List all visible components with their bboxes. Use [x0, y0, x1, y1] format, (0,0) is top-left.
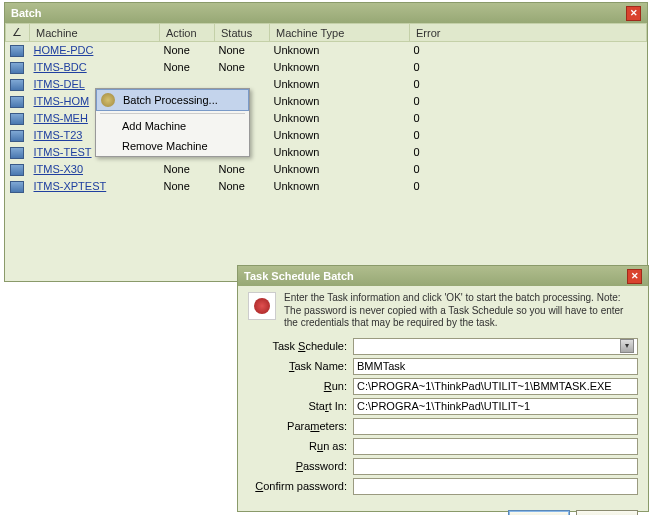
- chevron-down-icon: ▾: [620, 339, 634, 353]
- action-cell: None: [160, 178, 215, 195]
- batch-titlebar: Batch ✕: [5, 3, 647, 23]
- label-run-as: Run as:: [248, 440, 353, 452]
- computer-icon: [10, 62, 24, 74]
- mtype-cell: Unknown: [270, 144, 410, 161]
- table-row[interactable]: ITMS-BDCNoneNoneUnknown0: [6, 59, 647, 76]
- mtype-cell: Unknown: [270, 127, 410, 144]
- batch-title: Batch: [11, 7, 42, 19]
- row-icon-cell: [6, 127, 30, 144]
- dialog-body: Enter the Task information and click 'OK…: [238, 286, 648, 504]
- col-error[interactable]: Error: [410, 24, 647, 42]
- mtype-cell: Unknown: [270, 76, 410, 93]
- action-cell: None: [160, 59, 215, 76]
- menu-item-label: Remove Machine: [122, 140, 208, 152]
- col-mtype[interactable]: Machine Type: [270, 24, 410, 42]
- table-row[interactable]: HOME-PDCNoneNoneUnknown0: [6, 42, 647, 59]
- col-action[interactable]: Action: [160, 24, 215, 42]
- row-icon-cell: [6, 76, 30, 93]
- error-cell: 0: [410, 59, 647, 76]
- dialog-title: Task Schedule Batch: [244, 270, 354, 282]
- row-task-name: Task Name:: [248, 358, 638, 375]
- context-menu: Batch Processing... Add Machine Remove M…: [95, 88, 250, 157]
- col-sort[interactable]: ∠: [6, 24, 30, 42]
- row-run: Run:: [248, 378, 638, 395]
- machine-cell[interactable]: ITMS-X30: [30, 161, 160, 178]
- status-cell: None: [215, 42, 270, 59]
- schedule-icon: [248, 292, 276, 320]
- start-in-input[interactable]: [353, 398, 638, 415]
- task-name-input[interactable]: [353, 358, 638, 375]
- col-machine[interactable]: Machine: [30, 24, 160, 42]
- password-input[interactable]: [353, 458, 638, 475]
- row-parameters: Parameters:: [248, 418, 638, 435]
- task-titlebar: Task Schedule Batch ✕: [238, 266, 648, 286]
- mtype-cell: Unknown: [270, 161, 410, 178]
- computer-icon: [10, 45, 24, 57]
- row-start-in: Start In:: [248, 398, 638, 415]
- close-icon[interactable]: ✕: [626, 6, 641, 21]
- row-icon-cell: [6, 144, 30, 161]
- machine-cell[interactable]: ITMS-XPTEST: [30, 178, 160, 195]
- dialog-footer: Selected Machine Count: 9 OK Cancel: [238, 504, 648, 516]
- mtype-cell: Unknown: [270, 59, 410, 76]
- action-cell: None: [160, 161, 215, 178]
- mtype-cell: Unknown: [270, 93, 410, 110]
- menu-item-add-machine[interactable]: Add Machine: [96, 116, 249, 136]
- row-task-schedule: Task Schedule: BMMTask ▾: [248, 338, 638, 355]
- row-icon-cell: [6, 59, 30, 76]
- col-status[interactable]: Status: [215, 24, 270, 42]
- row-confirm-password: Confirm password:: [248, 478, 638, 495]
- status-cell: None: [215, 59, 270, 76]
- row-icon-cell: [6, 93, 30, 110]
- row-icon-cell: [6, 42, 30, 59]
- menu-item-batch-processing[interactable]: Batch Processing...: [96, 89, 249, 111]
- status-cell: None: [215, 161, 270, 178]
- machine-cell[interactable]: ITMS-BDC: [30, 59, 160, 76]
- parameters-input[interactable]: [353, 418, 638, 435]
- task-schedule-select[interactable]: BMMTask ▾: [353, 338, 638, 355]
- error-cell: 0: [410, 161, 647, 178]
- computer-icon: [10, 181, 24, 193]
- dialog-intro: Enter the Task information and click 'OK…: [248, 292, 638, 330]
- task-schedule-dialog: Task Schedule Batch ✕ Enter the Task inf…: [237, 265, 649, 512]
- error-cell: 0: [410, 76, 647, 93]
- label-start-in: Start In:: [248, 400, 353, 412]
- menu-item-label: Batch Processing...: [123, 94, 218, 106]
- run-as-input[interactable]: [353, 438, 638, 455]
- label-task-name: Task Name:: [248, 360, 353, 372]
- label-password: Password:: [248, 460, 353, 472]
- label-task-schedule: Task Schedule:: [248, 340, 353, 352]
- cancel-button[interactable]: Cancel: [576, 510, 638, 516]
- menu-item-remove-machine[interactable]: Remove Machine: [96, 136, 249, 156]
- menu-item-label: Add Machine: [122, 120, 186, 132]
- label-parameters: Parameters:: [248, 420, 353, 432]
- error-cell: 0: [410, 93, 647, 110]
- error-cell: 0: [410, 110, 647, 127]
- label-confirm-password: Confirm password:: [248, 480, 353, 492]
- ok-button[interactable]: OK: [508, 510, 570, 516]
- mtype-cell: Unknown: [270, 110, 410, 127]
- label-run: Run:: [248, 380, 353, 392]
- action-cell: None: [160, 42, 215, 59]
- table-header-row: ∠ Machine Action Status Machine Type Err…: [6, 24, 647, 42]
- run-input[interactable]: [353, 378, 638, 395]
- machine-cell[interactable]: HOME-PDC: [30, 42, 160, 59]
- close-icon[interactable]: ✕: [627, 269, 642, 284]
- row-icon-cell: [6, 161, 30, 178]
- computer-icon: [10, 79, 24, 91]
- error-cell: 0: [410, 127, 647, 144]
- mtype-cell: Unknown: [270, 42, 410, 59]
- computer-icon: [10, 96, 24, 108]
- error-cell: 0: [410, 144, 647, 161]
- confirm-password-input[interactable]: [353, 478, 638, 495]
- table-row[interactable]: ITMS-XPTESTNoneNoneUnknown0: [6, 178, 647, 195]
- row-icon-cell: [6, 110, 30, 127]
- table-row[interactable]: ITMS-X30NoneNoneUnknown0: [6, 161, 647, 178]
- dialog-buttons: OK Cancel: [508, 510, 638, 516]
- row-password: Password:: [248, 458, 638, 475]
- computer-icon: [10, 164, 24, 176]
- error-cell: 0: [410, 42, 647, 59]
- dialog-intro-text: Enter the Task information and click 'OK…: [284, 292, 638, 330]
- gear-icon: [101, 93, 115, 107]
- select-value: BMMTask: [357, 340, 405, 352]
